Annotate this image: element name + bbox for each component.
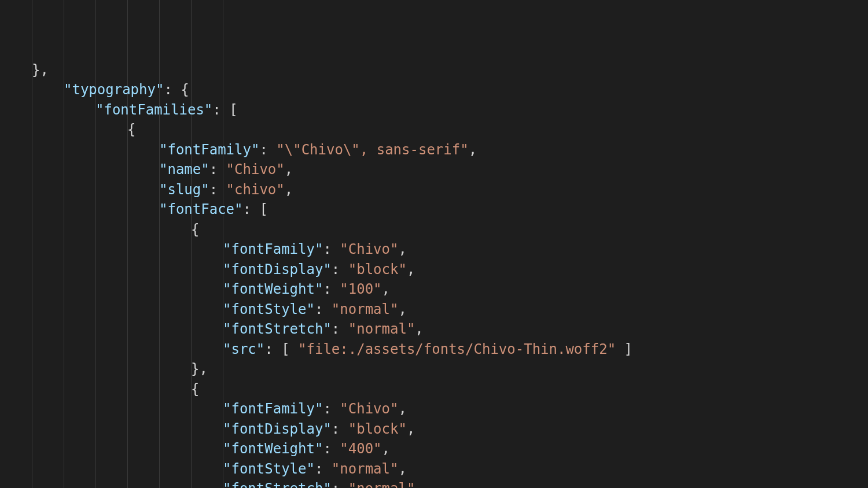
- json-punct: :: [323, 441, 340, 457]
- json-punct: : [: [212, 102, 237, 118]
- json-string: "block": [348, 261, 407, 278]
- json-key: "fontFamilies": [95, 102, 212, 118]
- json-string: "normal": [332, 301, 399, 317]
- json-punct: ,: [407, 421, 415, 437]
- code-line[interactable]: },: [0, 60, 868, 80]
- json-key: "fontWeight": [223, 441, 323, 457]
- code-line[interactable]: "fontFamily": "Chivo",: [0, 239, 868, 260]
- code-line[interactable]: {: [0, 220, 868, 240]
- code-line[interactable]: "fontStretch": "normal",: [0, 319, 868, 339]
- json-key: "fontFamily": [223, 401, 323, 417]
- code-line[interactable]: {: [0, 379, 868, 400]
- json-key: "fontStyle": [223, 461, 315, 477]
- json-punct: : {: [164, 82, 189, 98]
- json-key: "src": [223, 341, 264, 357]
- json-punct: },: [191, 361, 208, 377]
- json-punct: : [: [243, 201, 268, 217]
- json-punct: :: [315, 301, 332, 317]
- code-line[interactable]: "slug": "chivo",: [0, 180, 868, 200]
- json-punct: :: [323, 401, 340, 417]
- code-line[interactable]: "fontStyle": "normal",: [0, 459, 868, 479]
- json-string: "normal": [348, 321, 415, 337]
- json-key: "fontDisplay": [223, 421, 332, 437]
- json-key: "fontWeight": [223, 281, 323, 297]
- code-line[interactable]: "name": "Chivo",: [0, 160, 868, 180]
- code-content[interactable]: },"typography": {"fontFamilies": [{"font…: [0, 60, 868, 489]
- json-punct: ,: [398, 301, 406, 317]
- json-punct: :: [332, 261, 348, 278]
- json-punct: :: [315, 461, 332, 477]
- json-string: "normal": [332, 461, 399, 477]
- json-string: "chivo": [226, 182, 285, 198]
- code-line[interactable]: "fontWeight": "400",: [0, 439, 868, 459]
- json-punct: :: [332, 421, 348, 437]
- json-punct: {: [191, 381, 199, 397]
- code-line[interactable]: {: [0, 120, 868, 140]
- json-punct: :: [209, 161, 226, 178]
- code-line[interactable]: "fontDisplay": "block",: [0, 419, 868, 439]
- json-key: "fontStretch": [223, 480, 332, 488]
- json-string: "100": [340, 281, 381, 297]
- json-punct: :: [332, 321, 348, 337]
- json-punct: ]: [616, 341, 632, 357]
- json-punct: ,: [398, 401, 406, 417]
- json-string: "\"Chivo\", sans-serif": [276, 142, 468, 158]
- code-line[interactable]: "fontFamily": "\"Chivo\", sans-serif",: [0, 140, 868, 160]
- json-string: "400": [340, 441, 381, 457]
- json-punct: {: [127, 121, 135, 138]
- json-key: "fontFace": [159, 201, 243, 217]
- json-key: "slug": [159, 182, 209, 198]
- json-punct: :: [259, 142, 276, 158]
- code-line[interactable]: "fontWeight": "100",: [0, 279, 868, 300]
- json-punct: ,: [285, 161, 293, 178]
- code-editor[interactable]: },"typography": {"fontFamilies": [{"font…: [0, 0, 868, 488]
- json-punct: {: [191, 221, 199, 238]
- json-punct: ,: [407, 261, 415, 278]
- json-punct: :: [332, 480, 348, 488]
- json-key: "fontFamily": [223, 241, 323, 257]
- json-string: "Chivo": [226, 161, 285, 178]
- code-line[interactable]: "fontFamilies": [: [0, 100, 868, 120]
- json-string: "Chivo": [340, 401, 398, 417]
- json-punct: },: [32, 62, 49, 78]
- json-key: "fontStretch": [223, 321, 332, 337]
- json-key: "fontFamily": [159, 142, 259, 158]
- json-key: "fontStyle": [223, 301, 315, 317]
- json-punct: :: [323, 281, 340, 297]
- json-punct: ,: [415, 480, 423, 488]
- json-punct: : [: [264, 341, 298, 357]
- json-key: "fontDisplay": [223, 261, 332, 278]
- code-line[interactable]: "typography": {: [0, 80, 868, 100]
- json-punct: ,: [285, 182, 293, 198]
- json-key: "name": [159, 161, 209, 178]
- code-line[interactable]: "fontFace": [: [0, 199, 868, 220]
- json-string: "block": [348, 421, 407, 437]
- code-line[interactable]: "fontStretch": "normal",: [0, 479, 868, 488]
- json-punct: :: [323, 241, 340, 257]
- json-string: "normal": [348, 480, 415, 488]
- code-line[interactable]: "fontFamily": "Chivo",: [0, 399, 868, 419]
- json-punct: :: [209, 182, 226, 198]
- json-punct: ,: [382, 281, 390, 297]
- json-punct: ,: [382, 441, 390, 457]
- json-string: "Chivo": [340, 241, 398, 257]
- json-punct: ,: [469, 142, 477, 158]
- code-line[interactable]: "src": [ "file:./assets/fonts/Chivo-Thin…: [0, 339, 868, 360]
- json-string: "file:./assets/fonts/Chivo-Thin.woff2": [298, 341, 616, 357]
- json-punct: ,: [398, 461, 406, 477]
- json-punct: ,: [415, 321, 423, 337]
- code-line[interactable]: "fontDisplay": "block",: [0, 260, 868, 280]
- code-line[interactable]: },: [0, 359, 868, 379]
- json-punct: ,: [398, 241, 406, 257]
- json-key: "typography": [64, 82, 164, 98]
- code-line[interactable]: "fontStyle": "normal",: [0, 300, 868, 320]
